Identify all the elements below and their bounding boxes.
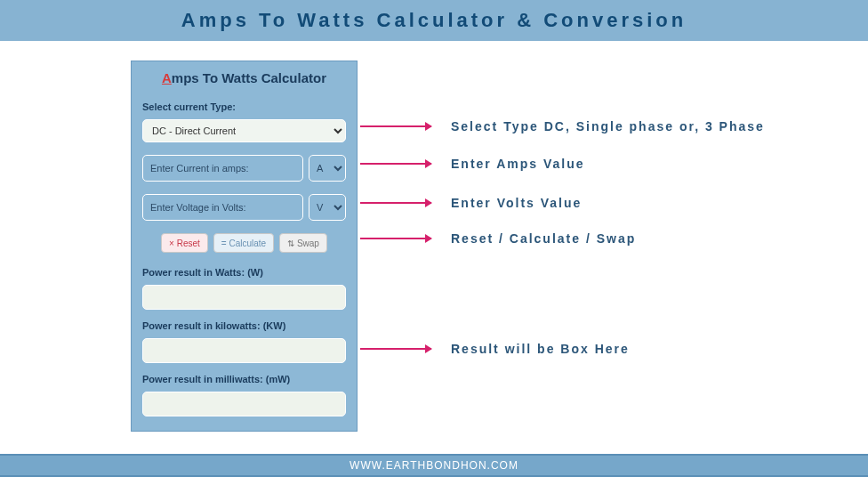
annotation-text: Reset / Calculate / Swap — [451, 231, 636, 246]
reset-button[interactable]: × Reset — [161, 233, 208, 253]
voltage-row: V — [142, 194, 346, 221]
arrow-icon — [360, 163, 431, 165]
arrow-icon — [360, 348, 431, 350]
button-row: × Reset = Calculate ⇅ Swap — [142, 233, 346, 253]
current-unit-select[interactable]: A — [309, 155, 346, 182]
annotation-enter-amps: Enter Amps Value — [360, 157, 585, 171]
title-first-letter: A — [162, 70, 172, 85]
arrow-icon — [360, 238, 431, 239]
arrow-icon — [360, 125, 431, 127]
swap-button[interactable]: ⇅ Swap — [279, 233, 327, 253]
arrow-icon — [360, 202, 431, 204]
calculate-button[interactable]: = Calculate — [213, 233, 274, 253]
calculator-title: Amps To Watts Calculator — [142, 70, 346, 85]
annotation-text: Result will be Box Here — [451, 342, 630, 356]
annotation-buttons: Reset / Calculate / Swap — [360, 231, 636, 246]
current-type-select[interactable]: DC - Direct Current — [142, 119, 346, 142]
footer-banner: WWW.EARTHBONDHON.COM — [0, 454, 868, 477]
voltage-unit-select[interactable]: V — [309, 194, 346, 221]
main-content: Amps To Watts Calculator Select current … — [0, 41, 868, 452]
annotation-enter-volts: Enter Volts Value — [360, 196, 582, 210]
annotation-text: Enter Amps Value — [451, 157, 585, 171]
current-type-label: Select current Type: — [142, 101, 346, 112]
annotation-select-type: Select Type DC, Single phase or, 3 Phase — [360, 119, 765, 133]
result-mw-label: Power result in milliwatts: (mW) — [142, 374, 346, 384]
result-watts-label: Power result in Watts: (W) — [142, 267, 346, 278]
title-rest: mps To Watts Calculator — [172, 70, 326, 85]
result-kw-box — [142, 338, 346, 363]
page-header: Amps To Watts Calculator & Conversion — [0, 0, 868, 41]
annotation-text: Select Type DC, Single phase or, 3 Phase — [451, 119, 765, 133]
footer-url: WWW.EARTHBONDHON.COM — [350, 459, 518, 472]
current-row: A — [142, 155, 346, 182]
annotation-text: Enter Volts Value — [451, 196, 582, 210]
current-input[interactable] — [142, 155, 303, 182]
annotation-result: Result will be Box Here — [360, 342, 630, 356]
result-mw-box — [142, 392, 346, 416]
result-watts-box — [142, 285, 346, 310]
result-kw-label: Power result in kilowatts: (KW) — [142, 320, 346, 331]
page-title: Amps To Watts Calculator & Conversion — [181, 9, 687, 32]
voltage-input[interactable] — [142, 194, 303, 221]
calculator-panel: Amps To Watts Calculator Select current … — [131, 61, 358, 432]
